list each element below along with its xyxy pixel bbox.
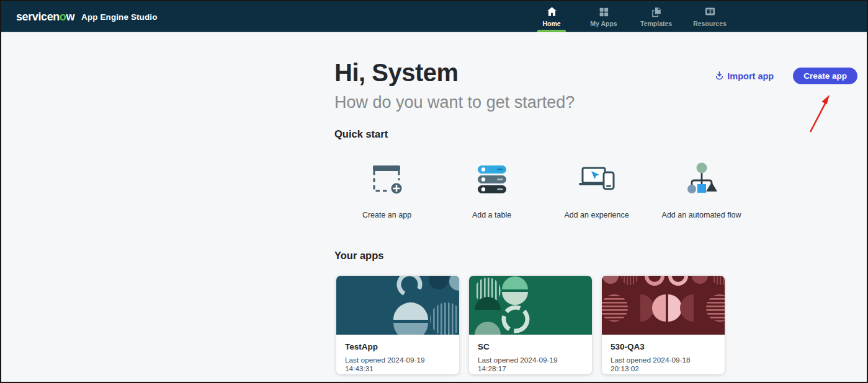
grid-icon [598,6,609,17]
page-subtitle: How do you want to get started? [334,93,575,112]
app-name: 530-QA3 [611,342,716,351]
newspaper-icon [704,6,716,17]
quick-start-add-an-experience[interactable]: Add an experience [544,157,649,219]
table-icon [477,157,508,201]
quick-start-create-an-app[interactable]: Create an app [334,157,439,219]
quick-start-label: Create an app [362,211,411,219]
app-engine-studio-home: { "brand": { "name_prefix": "servicen", … [0,0,868,383]
app-name: TestApp [345,342,450,351]
main-content: Hi, System How do you want to get starte… [1,33,867,382]
create-app-button[interactable]: Create app [793,68,857,84]
flow-icon [683,157,720,201]
create-app-icon [370,157,405,201]
header-actions: Import app Create app [715,68,857,84]
page-title: Hi, System [334,59,459,87]
brand-logo[interactable]: servicenow App Engine Studio [16,1,158,32]
app-card-info: 530-QA3 Last opened 2024-09-18 20:13:02 [602,335,725,373]
experience-icon [578,157,616,201]
product-name: App Engine Studio [81,12,157,22]
logo-green-o: o [60,11,66,23]
active-tab-underline [537,30,566,32]
tab-my-apps[interactable]: My Apps [586,1,622,32]
your-apps-row: TestApp Last opened 2024-09-19 14:43:31 [336,276,725,374]
quick-start-label: Add a table [472,211,511,219]
nav-tabs: Home My Apps Templat [534,1,729,32]
tab-home-label: Home [542,20,560,27]
import-app-link[interactable]: Import app [715,71,774,82]
download-icon [715,71,724,82]
home-icon [546,6,558,17]
top-nav-bar: servicenow App Engine Studio Home My App… [1,1,867,32]
quick-start-add-an-automated-flow[interactable]: Add an automated flow [649,157,754,219]
red-arrow-annotation [804,89,836,137]
app-card-530-qa3[interactable]: 530-QA3 Last opened 2024-09-18 20:13:02 [602,276,725,374]
app-banner-art-teal [336,276,459,335]
app-card-info: SC Last opened 2024-09-19 14:28:17 [469,335,592,373]
app-card-sc[interactable]: SC Last opened 2024-09-19 14:28:17 [469,276,592,374]
tab-templates[interactable]: Templates [638,1,674,32]
quick-start-title: Quick start [334,128,388,140]
tab-resources-label: Resources [693,20,727,27]
import-app-label: Import app [727,71,774,81]
tab-resources[interactable]: Resources [691,1,729,32]
quick-start-row: Create an app Add a table [334,157,754,219]
app-banner-art-maroon [602,276,725,335]
quick-start-label: Add an experience [564,211,629,219]
app-card-info: TestApp Last opened 2024-09-19 14:43:31 [336,335,459,373]
app-banner-art-green [469,276,592,335]
app-card-testapp[interactable]: TestApp Last opened 2024-09-19 14:43:31 [336,276,459,374]
servicenow-logo: servicenow [16,11,74,24]
app-name: SC [478,342,583,351]
app-last-opened: Last opened 2024-09-19 14:28:17 [478,356,583,373]
your-apps-title: Your apps [334,250,383,262]
quick-start-label: Add an automated flow [662,211,741,219]
app-last-opened: Last opened 2024-09-19 14:43:31 [345,356,450,373]
app-last-opened: Last opened 2024-09-18 20:13:02 [611,356,716,373]
tab-my-apps-label: My Apps [590,20,617,27]
quick-start-add-a-table[interactable]: Add a table [439,157,544,219]
copy-pages-icon [651,6,662,17]
tab-home[interactable]: Home [534,1,570,32]
tab-templates-label: Templates [640,20,672,27]
